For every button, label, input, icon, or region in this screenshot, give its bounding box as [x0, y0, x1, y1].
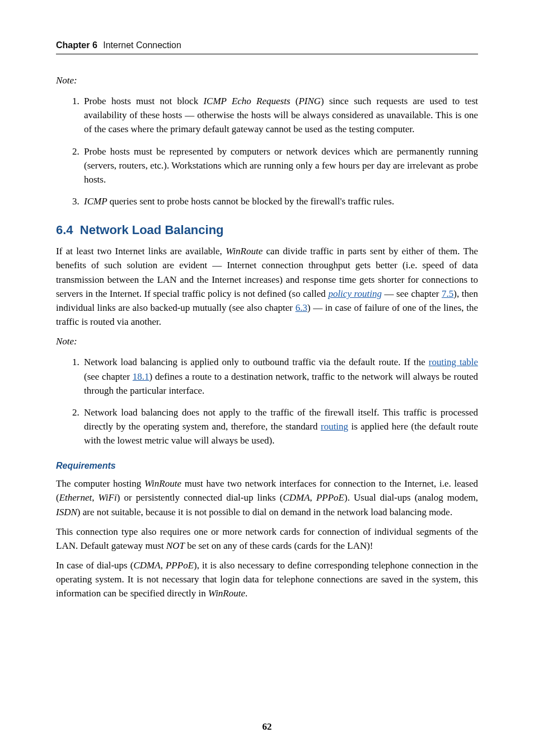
text: , [92, 492, 98, 503]
chapter-number: Chapter 6 [56, 40, 97, 50]
text: The computer hosting [56, 478, 144, 489]
note-label-a: Note: [56, 73, 478, 87]
text: (see chapter [84, 371, 133, 382]
emphasis: ICMP [84, 196, 107, 207]
emphasis: ICMP Echo Requests [203, 96, 290, 106]
chapter-title: Internet Connection [103, 40, 181, 50]
text: In case of dial-ups ( [56, 560, 133, 571]
body-paragraph: The computer hosting WinRoute must have … [56, 477, 478, 519]
text: queries sent to probe hosts cannot be bl… [107, 196, 395, 207]
note-list-b: Network load balancing is applied only t… [56, 355, 478, 447]
section-number: 6.4 [56, 223, 73, 237]
chapter-6-3-link[interactable]: 6.3 [296, 302, 307, 313]
page-number: 62 [0, 721, 534, 732]
routing-table-link[interactable]: routing table [429, 357, 478, 367]
list-item: ICMP queries sent to probe hosts cannot … [82, 194, 478, 208]
text: , [161, 560, 166, 571]
running-head: Chapter 6 Internet Connection [56, 40, 478, 54]
note-list-a: Probe hosts must not block ICMP Echo Req… [56, 94, 478, 208]
requirements-heading: Requirements [56, 461, 478, 471]
text: Probe hosts must not block [84, 96, 203, 106]
emphasis: ISDN [56, 507, 77, 517]
emphasis: PPPoE [166, 560, 194, 571]
routing-link[interactable]: routing [321, 421, 348, 432]
text: ) or persistently connected dial-up link… [117, 492, 283, 503]
body-paragraph: This connection type also requires one o… [56, 525, 478, 553]
chapter-18-1-link[interactable]: 18.1 [133, 371, 149, 382]
text: ( [291, 96, 299, 106]
emphasis: PING [298, 96, 321, 106]
text: If at least two Internet links are avail… [56, 246, 226, 256]
section-heading: 6.4 Network Load Balancing [56, 223, 478, 237]
emphasis: NOT [166, 540, 185, 551]
emphasis: PPPoE [316, 492, 344, 503]
text: Network load balancing is applied only t… [84, 357, 429, 367]
emphasis: WinRoute [144, 478, 181, 489]
note-label-b: Note: [56, 334, 478, 348]
emphasis: Ethernet [59, 492, 92, 503]
body-paragraph: If at least two Internet links are avail… [56, 244, 478, 329]
section-title: Network Load Balancing [80, 223, 224, 237]
text: be set on any of these cards (cards for … [185, 540, 373, 551]
emphasis: CDMA [133, 560, 160, 571]
body-paragraph: In case of dial-ups (CDMA, PPPoE), it is… [56, 558, 478, 600]
list-item: Probe hosts must not block ICMP Echo Req… [82, 94, 478, 136]
chapter-7-5-link[interactable]: 7.5 [442, 288, 453, 299]
text: , [310, 492, 316, 503]
page: Chapter 6 Internet Connection Note: Prob… [0, 0, 534, 756]
list-item: Probe hosts must be represented by compu… [82, 144, 478, 186]
list-item: Network load balancing is applied only t… [82, 355, 478, 397]
text: ). Usual dial-ups (analog modem, [344, 492, 478, 503]
text: ) are not suitable, because it is not po… [77, 507, 452, 517]
text: — see chapter [382, 288, 442, 299]
list-item: Network load balancing does not apply to… [82, 405, 478, 447]
emphasis: WinRoute [226, 246, 263, 256]
emphasis: WinRoute [208, 588, 245, 599]
emphasis: WiFi [99, 492, 117, 503]
text: . [245, 588, 247, 599]
emphasis: CDMA [283, 492, 310, 503]
policy-routing-link[interactable]: policy routing [328, 288, 382, 299]
